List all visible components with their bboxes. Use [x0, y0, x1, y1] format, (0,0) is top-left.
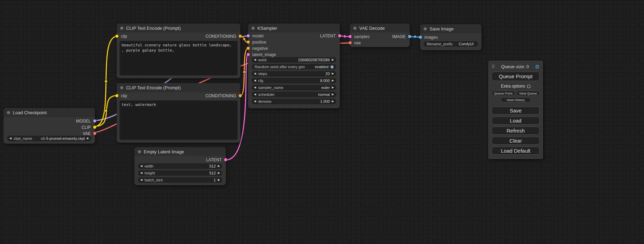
model-slot-dot[interactable] — [93, 119, 96, 123]
node-title-bar[interactable]: VAE Decode — [350, 24, 410, 33]
output-slot-conditioning[interactable]: CONDITIONING — [179, 93, 241, 99]
queue-prompt-button[interactable]: Queue Prompt — [492, 72, 540, 81]
graph-canvas[interactable]: Load Checkpoint MODEL CLIP VAE ◀ ckpt_na… — [0, 0, 644, 244]
output-slot-clip[interactable]: CLIP — [3, 124, 95, 130]
node-vae-decode[interactable]: VAE Decode samples vae IMAGE — [350, 24, 410, 47]
node-empty-latent-image[interactable]: Empty Latent Image LATENT ◀ width 512 ▶ … — [134, 147, 226, 185]
collapse-dot-icon[interactable] — [7, 111, 10, 114]
node-load-checkpoint[interactable]: Load Checkpoint MODEL CLIP VAE ◀ ckpt_na… — [3, 108, 95, 144]
load-default-button[interactable]: Load Default — [492, 147, 540, 155]
collapse-dot-icon[interactable] — [120, 27, 123, 30]
input-slot-images[interactable]: images — [420, 34, 482, 40]
input-slot-clip[interactable]: clip — [117, 93, 179, 99]
increment-arrow-icon[interactable]: ▶ — [218, 163, 220, 169]
clear-button[interactable]: Clear — [492, 137, 540, 145]
clip-slot-dot[interactable] — [115, 35, 118, 38]
prompt-textarea[interactable]: beautiful scenery nature glass bottle la… — [120, 41, 238, 75]
input-slot-negative[interactable]: negative — [248, 45, 340, 51]
input-slot-positive[interactable]: positive — [248, 39, 340, 45]
output-slot-model[interactable]: MODEL — [3, 118, 95, 124]
decrement-arrow-icon[interactable]: ◀ — [254, 71, 256, 76]
widget-seed[interactable]: ◀ seed 156680208700286 ▶ — [252, 57, 336, 63]
decrement-arrow-icon[interactable]: ◀ — [140, 170, 142, 176]
increment-arrow-icon[interactable]: ▶ — [332, 92, 334, 97]
widget-cfg[interactable]: ◀ cfg 8.000 ▶ — [252, 78, 336, 83]
drag-handle-icon[interactable]: ⠿ — [492, 64, 495, 69]
node-title-bar[interactable]: Empty Latent Image — [134, 147, 226, 156]
node-ksampler[interactable]: KSampler model positive negative latent_… — [248, 24, 340, 108]
widget-denoise[interactable]: ◀ denoise 1.000 ▶ — [252, 99, 336, 104]
widget-batch-size[interactable]: ◀ batch_size 1 ▶ — [138, 177, 222, 183]
clip-slot-dot[interactable] — [93, 126, 96, 129]
node-save-image[interactable]: Save Image images filename_prefix ComfyU… — [420, 24, 482, 50]
queue-front-button[interactable]: Queue Front — [492, 91, 515, 96]
extra-options-checkbox[interactable] — [527, 85, 530, 88]
view-history-button[interactable]: View History — [501, 97, 530, 102]
widget-scheduler[interactable]: ◀ scheduler normal ▶ — [252, 92, 336, 97]
collapse-dot-icon[interactable] — [138, 150, 141, 153]
decrement-arrow-icon[interactable]: ◀ — [254, 99, 256, 104]
output-slot-image[interactable]: IMAGE — [350, 34, 410, 39]
widget-height[interactable]: ◀ height 512 ▶ — [138, 170, 222, 176]
node-title-bar[interactable]: CLIP Text Encode (Prompt) — [117, 83, 240, 92]
node-title: VAE Decode — [359, 26, 385, 31]
collapse-dot-icon[interactable] — [424, 27, 427, 30]
image-slot-dot[interactable] — [408, 35, 411, 38]
clip-slot-dot[interactable] — [115, 94, 118, 97]
widget-width[interactable]: ◀ width 512 ▶ — [138, 163, 222, 169]
queue-panel[interactable]: ⠿ Queue size: 0 ⚙ Queue Prompt Extra opt… — [488, 61, 543, 159]
widget-random-seed-toggle[interactable]: Random seed after every gen enabled — [252, 64, 336, 70]
decrement-arrow-icon[interactable]: ◀ — [254, 85, 256, 90]
node-clip-text-encode-positive[interactable]: CLIP Text Encode (Prompt) clip CONDITION… — [117, 24, 240, 78]
increment-arrow-icon[interactable]: ▶ — [332, 99, 334, 104]
increment-arrow-icon[interactable]: ▶ — [218, 177, 220, 183]
output-slot-latent[interactable]: LATENT — [248, 33, 340, 39]
input-slot-vae[interactable]: vae — [350, 40, 410, 46]
decrement-arrow-icon[interactable]: ◀ — [254, 92, 256, 97]
decrement-arrow-icon[interactable]: ◀ — [9, 136, 11, 141]
latent-slot-dot[interactable] — [224, 158, 227, 161]
conditioning-slot-dot[interactable] — [247, 40, 250, 44]
settings-gear-icon[interactable]: ⚙ — [535, 64, 540, 69]
increment-arrow-icon[interactable]: ▶ — [87, 136, 89, 141]
node-title-bar[interactable]: Load Checkpoint — [3, 108, 95, 117]
conditioning-slot-dot[interactable] — [247, 47, 250, 50]
widget-steps[interactable]: ◀ steps 20 ▶ — [252, 71, 336, 76]
refresh-button[interactable]: Refresh — [492, 127, 540, 135]
node-title-bar[interactable]: Save Image — [420, 24, 482, 33]
increment-arrow-icon[interactable]: ▶ — [332, 78, 334, 83]
output-slot-latent[interactable]: LATENT — [134, 157, 226, 163]
decrement-arrow-icon[interactable]: ◀ — [254, 57, 256, 63]
conditioning-slot-dot[interactable] — [239, 35, 242, 38]
node-clip-text-encode-negative[interactable]: CLIP Text Encode (Prompt) clip CONDITION… — [117, 83, 240, 143]
increment-arrow-icon[interactable]: ▶ — [332, 71, 334, 76]
prompt-textarea[interactable]: text, watermark — [120, 100, 238, 140]
view-queue-button[interactable]: View Queue — [517, 91, 540, 96]
collapse-dot-icon[interactable] — [252, 27, 255, 30]
decrement-arrow-icon[interactable]: ◀ — [254, 78, 256, 83]
latent-slot-dot[interactable] — [247, 53, 250, 56]
load-button[interactable]: Load — [492, 117, 540, 125]
output-slot-conditioning[interactable]: CONDITIONING — [179, 33, 241, 39]
vae-slot-dot[interactable] — [93, 132, 96, 135]
widget-sampler-name[interactable]: ◀ sampler_name euler ▶ — [252, 85, 336, 90]
latent-slot-dot[interactable] — [338, 34, 341, 37]
increment-arrow-icon[interactable]: ▶ — [218, 170, 220, 176]
node-title-bar[interactable]: KSampler — [248, 24, 340, 33]
widget-ckpt-name[interactable]: ◀ ckpt_name v1-5-pruned-emaonly.ckpt ▶ — [7, 136, 91, 141]
input-slot-latent-image[interactable]: latent_image — [248, 52, 340, 57]
increment-arrow-icon[interactable]: ▶ — [332, 57, 334, 63]
vae-slot-dot[interactable] — [349, 41, 352, 44]
decrement-arrow-icon[interactable]: ◀ — [140, 163, 142, 169]
node-title-bar[interactable]: CLIP Text Encode (Prompt) — [117, 24, 240, 33]
widget-filename-prefix[interactable]: filename_prefix ComfyUI — [424, 41, 478, 47]
input-slot-clip[interactable]: clip — [117, 33, 179, 39]
toggle-dot-icon[interactable] — [330, 65, 334, 69]
save-button[interactable]: Save — [492, 107, 540, 115]
image-slot-dot[interactable] — [419, 36, 422, 39]
conditioning-slot-dot[interactable] — [239, 94, 242, 97]
collapse-dot-icon[interactable] — [353, 27, 356, 30]
decrement-arrow-icon[interactable]: ◀ — [140, 177, 142, 183]
collapse-dot-icon[interactable] — [120, 86, 123, 89]
increment-arrow-icon[interactable]: ▶ — [332, 85, 334, 90]
